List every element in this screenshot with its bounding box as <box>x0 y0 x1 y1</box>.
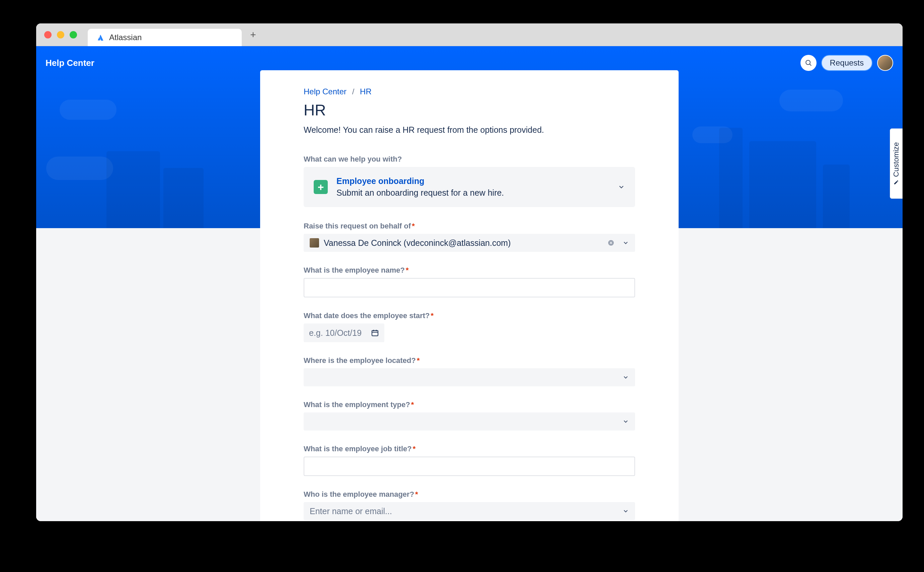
minimize-window-button[interactable] <box>57 31 64 39</box>
chevron-down-icon <box>622 418 629 425</box>
viewport: Help Center Requests Customize <box>36 46 902 521</box>
traffic-lights <box>44 31 77 39</box>
svg-point-0 <box>806 60 810 65</box>
field-job-title: What is the employee job title?* <box>304 445 635 476</box>
plus-icon: + <box>314 180 328 194</box>
employment-type-select[interactable] <box>304 412 635 431</box>
required-indicator: * <box>413 445 416 453</box>
titlebar: Atlassian + <box>36 23 902 46</box>
field-start-date: What date does the employee start?* e.g.… <box>304 311 635 342</box>
search-icon <box>805 59 812 67</box>
page-description: Welcome! You can raise a HR request from… <box>304 125 635 135</box>
chevron-down-icon <box>622 374 629 381</box>
chevron-down-icon <box>622 508 629 514</box>
request-form-card: Help Center / HR HR Welcome! You can rai… <box>260 70 679 521</box>
request-type-body: Employee onboarding Submit an onboarding… <box>337 176 609 198</box>
requests-label: Requests <box>830 58 864 68</box>
search-button[interactable] <box>801 55 816 71</box>
top-navigation: Help Center Requests <box>36 46 902 79</box>
field-location: Where is the employee located?* <box>304 356 635 386</box>
manager-label: Who is the employee manager?* <box>304 490 635 499</box>
breadcrumb-current[interactable]: HR <box>360 87 372 96</box>
field-behalf-of: Raise this request on behalf of* Vanessa… <box>304 222 635 252</box>
chevron-down-icon <box>622 239 629 246</box>
start-date-label: What date does the employee start?* <box>304 311 635 320</box>
required-indicator: * <box>417 356 420 365</box>
breadcrumb: Help Center / HR <box>304 87 635 96</box>
browser-tab[interactable]: Atlassian <box>88 29 242 46</box>
svg-line-1 <box>810 64 811 65</box>
close-window-button[interactable] <box>44 31 51 39</box>
manager-placeholder: Enter name or email... <box>310 507 622 516</box>
employee-name-label: What is the employee name?* <box>304 266 635 275</box>
job-title-label: What is the employee job title?* <box>304 445 635 453</box>
location-select[interactable] <box>304 368 635 386</box>
location-label: Where is the employee located?* <box>304 356 635 365</box>
pencil-icon <box>894 180 899 185</box>
svg-rect-3 <box>372 331 378 336</box>
field-manager: Who is the employee manager?* Enter name… <box>304 490 635 520</box>
start-date-input[interactable]: e.g. 10/Oct/19 <box>304 323 384 342</box>
page-title: HR <box>304 101 635 119</box>
behalf-of-select[interactable]: Vanessa De Coninck (vdeconinck@atlassian… <box>304 234 635 252</box>
top-actions: Requests <box>801 55 893 71</box>
behalf-of-value: Vanessa De Coninck (vdeconinck@atlassian… <box>324 238 603 248</box>
required-indicator: * <box>415 490 418 498</box>
required-indicator: * <box>412 222 415 230</box>
browser-window: Atlassian + Help Center <box>36 23 902 521</box>
calendar-icon <box>371 329 379 337</box>
employment-type-label: What is the employment type?* <box>304 400 635 409</box>
brand-link[interactable]: Help Center <box>45 58 94 68</box>
request-type-description: Submit an onboarding request for a new h… <box>337 188 609 198</box>
chevron-down-icon <box>618 183 625 191</box>
breadcrumb-root[interactable]: Help Center <box>304 87 346 96</box>
help-prompt-label: What can we help you with? <box>304 155 635 163</box>
manager-select[interactable]: Enter name or email... <box>304 502 635 520</box>
new-tab-button[interactable]: + <box>247 29 259 41</box>
request-type-title: Employee onboarding <box>337 176 609 186</box>
customize-button[interactable]: Customize <box>890 129 902 199</box>
job-title-input[interactable] <box>304 457 635 476</box>
required-indicator: * <box>406 266 409 274</box>
required-indicator: * <box>431 311 434 320</box>
breadcrumb-separator: / <box>352 87 355 96</box>
required-indicator: * <box>411 400 414 409</box>
behalf-of-label: Raise this request on behalf of* <box>304 222 635 230</box>
employee-name-input[interactable] <box>304 278 635 297</box>
clear-icon[interactable] <box>608 239 614 246</box>
requests-button[interactable]: Requests <box>821 55 873 71</box>
maximize-window-button[interactable] <box>70 31 77 39</box>
user-avatar-icon <box>310 238 319 247</box>
customize-label: Customize <box>892 142 901 177</box>
field-employee-name: What is the employee name?* <box>304 266 635 297</box>
atlassian-icon <box>97 34 104 41</box>
avatar[interactable] <box>877 55 893 71</box>
request-type-selector[interactable]: + Employee onboarding Submit an onboardi… <box>304 167 635 207</box>
start-date-placeholder: e.g. 10/Oct/19 <box>309 328 361 338</box>
tab-title: Atlassian <box>109 33 142 42</box>
field-employment-type: What is the employment type?* <box>304 400 635 431</box>
